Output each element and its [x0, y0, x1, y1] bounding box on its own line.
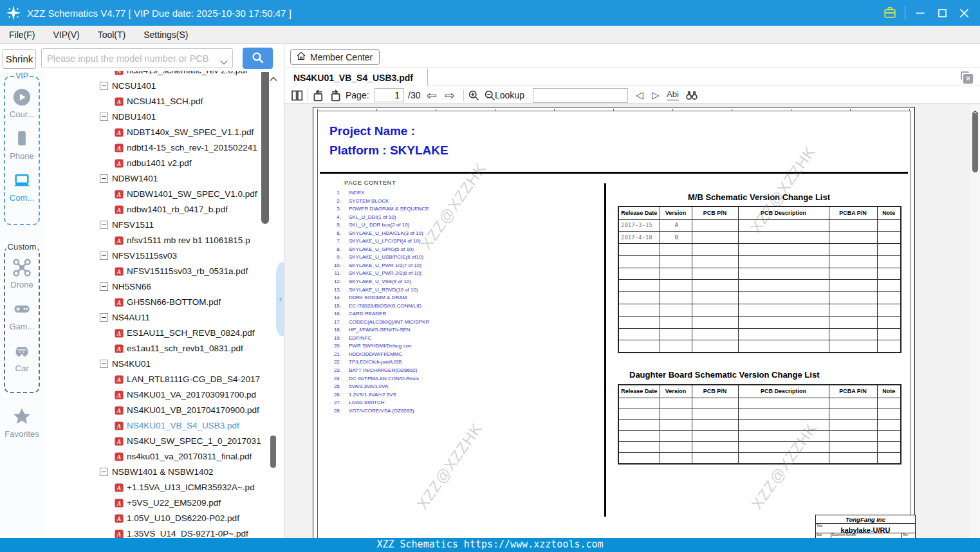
search-button[interactable]: [243, 48, 273, 69]
tree-pdf-item[interactable]: ANDBW1401_SW_SPEC_V1.0.pdf: [44, 187, 261, 202]
sidebar-item-cour[interactable]: Cour...: [5, 87, 39, 119]
sidebar-item-phone[interactable]: Phone: [5, 129, 39, 161]
index-entry[interactable]: 23.BATT IN/CHARGER(OZ8692): [331, 367, 429, 375]
collapse-minus-icon[interactable]: [100, 282, 108, 291]
index-entry[interactable]: 24.DC IN/TPM/LAN CON/D-Resis: [331, 375, 429, 383]
tree-scrollbar-thumb[interactable]: [261, 72, 269, 224]
sidebar-item-drone[interactable]: Drone: [5, 258, 39, 290]
tree-pdf-item[interactable]: ANS4KU01_VB_201704170900.pdf: [44, 403, 261, 418]
tree-pdf-item[interactable]: A1.35VS_U14_DS-9271-0P~.pdf: [44, 526, 261, 538]
tree-group-node[interactable]: NS4KU01: [44, 356, 261, 372]
index-entry[interactable]: 11.SKYLAKE_U_PWR 2/2(8 of 10): [331, 270, 429, 278]
index-entry[interactable]: 14.DDR4 SODIMM & DRAM: [331, 294, 429, 302]
menu-item-vip[interactable]: VIP(V): [53, 30, 79, 40]
index-entry[interactable]: 26.1.2VS/1.8VA/+2.5VS: [331, 391, 429, 400]
collapse-minus-icon[interactable]: [100, 252, 108, 260]
tree-group-node[interactable]: NCSU1401: [44, 78, 261, 94]
index-entry[interactable]: 2.SYSTEM BLOCK: [331, 198, 429, 206]
tree-pdf-item[interactable]: A+5VS_U22_EM5209.pdf: [44, 495, 261, 511]
tree-group-node[interactable]: NH5SN66: [44, 279, 261, 295]
sidebar-item-com[interactable]: Com...: [5, 171, 39, 203]
find-next-icon[interactable]: ▷: [652, 87, 660, 104]
index-entry[interactable]: 7.SKYLAKE_U_LPC/SPI(4 of 10): [331, 237, 429, 246]
search-input[interactable]: [47, 49, 217, 68]
index-entry[interactable]: 21.HDD/ODD/WIFI/EMMC: [331, 351, 429, 359]
tree-pdf-item[interactable]: Ans4ku01_va_20170311_final.pdf: [44, 449, 261, 465]
index-entry[interactable]: 18.HP_J/FAN/G-SEN/Th-SEN: [331, 326, 429, 335]
tree-group-node[interactable]: NDBU1401: [44, 109, 261, 125]
tree-group-node[interactable]: NSBW1401 & NSBW1402: [44, 465, 261, 480]
tree-pdf-item[interactable]: ANS4KU01_VB_S4_USB3.pdf: [44, 418, 261, 434]
tree-pdf-item[interactable]: ALAN_RTL8111G-CG_DB_S4-2017: [44, 372, 261, 387]
member-center-button[interactable]: Member Center: [290, 49, 380, 65]
collapse-minus-icon[interactable]: [100, 174, 108, 183]
zoom-in-icon[interactable]: [467, 89, 481, 102]
pdf-scrollbar[interactable]: [970, 104, 980, 538]
collapse-minus-icon[interactable]: [100, 113, 108, 121]
tree-pdf-item[interactable]: ANFSV15115sv03_rb_0531a.pdf: [44, 264, 261, 279]
chevron-down-icon[interactable]: [220, 56, 228, 68]
index-entry[interactable]: 13.SKYLAKE_U_RSVD(10 of 10): [331, 286, 429, 295]
collapse-minus-icon[interactable]: [100, 468, 108, 476]
index-entry[interactable]: 1.INDEX: [331, 189, 429, 198]
tree-pdf-item[interactable]: ANDBT140x_SW_SPEC_V1.1.pdf: [44, 125, 261, 140]
close-all-tabs-icon[interactable]: ✕: [961, 71, 973, 84]
tree-pdf-item[interactable]: Anfsv1511 mb rev b1 11061815.p: [44, 233, 261, 248]
tree-pdf-item[interactable]: Andbu1401 v2.pdf: [44, 156, 261, 171]
minimize-button[interactable]: [913, 6, 927, 20]
index-entry[interactable]: 28.VGT/VCORE/VSA (OZ8283): [331, 407, 429, 416]
vip-briefcase-icon[interactable]: [883, 6, 897, 20]
tree-pdf-item[interactable]: AGH5SN66-BOTTOM.pdf: [44, 295, 261, 310]
tree-pdf-item[interactable]: ANS4KU_SW_SPEC_1_0_20170317: [44, 434, 261, 449]
tree-pdf-item[interactable]: Ancbt419_schematic_rev 2.0.pdf: [44, 71, 261, 78]
tab-document[interactable]: NS4KU01_VB_S4_USB3.pdf: [284, 69, 428, 86]
index-entry[interactable]: 12.SKYLAKE_U_VSS(9 of 10): [331, 278, 429, 286]
tree-group-node[interactable]: NFSV15115sv03: [44, 248, 261, 264]
index-entry[interactable]: 4.SKL_U_DDI(1 of 10): [331, 214, 429, 222]
index-entry[interactable]: 17.CODEC(ALC269Q)/INT MIC/SPKR: [331, 318, 429, 327]
collapse-minus-icon[interactable]: [100, 360, 108, 368]
sidebar-item-gam[interactable]: Gam...: [5, 300, 39, 331]
tree-pdf-item[interactable]: Aes1au11_sch_revb1_0831.pdf: [44, 341, 261, 356]
next-page-icon[interactable]: ⇨: [445, 87, 455, 104]
shrink-button[interactable]: Shrink: [3, 49, 36, 69]
tree-pdf-item[interactable]: Andbt14-15_sch_rev-1_201502241: [44, 140, 261, 156]
scroll-up-icon[interactable]: [270, 73, 278, 80]
tree-pdf-item[interactable]: AES1AU11_SCH_REVB_0824.pdf: [44, 326, 261, 341]
collapse-minus-icon[interactable]: [100, 82, 108, 90]
index-entry[interactable]: 6.SKYLAKE_U_HDA/CLK(3 of 10): [331, 230, 429, 238]
tree-group-node[interactable]: NDBW1401: [44, 171, 261, 187]
index-entry[interactable]: 16.CARD READER: [331, 310, 429, 318]
index-entry[interactable]: 27.LOAD SWITCH: [331, 399, 429, 407]
rotate-right-icon[interactable]: [329, 89, 342, 102]
pdf-scrollbar-thumb[interactable]: [972, 113, 978, 172]
index-entry[interactable]: 9.SKYLAKE_U_USB/PCIE(6 of10): [331, 253, 429, 262]
tree-pdf-item[interactable]: ANS4KU01_VA_201703091700.pd: [44, 387, 261, 403]
two-page-view-icon[interactable]: [290, 89, 304, 102]
lookup-input[interactable]: [533, 88, 628, 103]
tree-pdf-item[interactable]: ANCSU411_SCH.pdf: [44, 94, 261, 109]
tree-pdf-item[interactable]: A1.05V_U10_DS6220-P02.pdf: [44, 511, 261, 526]
menu-item-file[interactable]: File(F): [9, 30, 35, 40]
index-entry[interactable]: 20.PWR SW/HDMI/Debug con: [331, 342, 429, 351]
index-entry[interactable]: 19.EDP/NFC: [331, 335, 429, 343]
menu-item-settings[interactable]: Settings(S): [143, 30, 188, 40]
rotate-left-icon[interactable]: [311, 89, 325, 102]
index-entry[interactable]: 25.5VA/3.3VA/1.0VA: [331, 383, 429, 391]
page-number-input[interactable]: [374, 88, 404, 102]
find-previous-icon[interactable]: ◁: [636, 87, 643, 104]
collapse-minus-icon[interactable]: [100, 313, 108, 322]
index-entry[interactable]: 8.SKYLAKE_U_GPIO(5 of 10): [331, 246, 429, 254]
sidebar-item-favorites[interactable]: Favorites: [0, 407, 44, 439]
tree-pdf-item[interactable]: A+1.15VA_U13_ICMR35932A~.pd: [44, 480, 261, 495]
match-case-icon[interactable]: Abi: [667, 89, 679, 100]
collapse-minus-icon[interactable]: [100, 221, 108, 229]
maximize-button[interactable]: [935, 6, 949, 20]
binoculars-search-icon[interactable]: [685, 89, 698, 102]
previous-page-icon[interactable]: ⇦: [427, 87, 437, 104]
sidebar-item-car[interactable]: Car: [5, 342, 39, 373]
menu-item-tool[interactable]: Tool(T): [98, 30, 126, 40]
index-entry[interactable]: 10.SKYLAKE_U_PWR 1/2(7 of 10): [331, 262, 429, 270]
tree-group-node[interactable]: NFSV1511: [44, 217, 261, 233]
index-entry[interactable]: 15.EC IT8528/BIOS/KB CONN/LID: [331, 302, 429, 311]
